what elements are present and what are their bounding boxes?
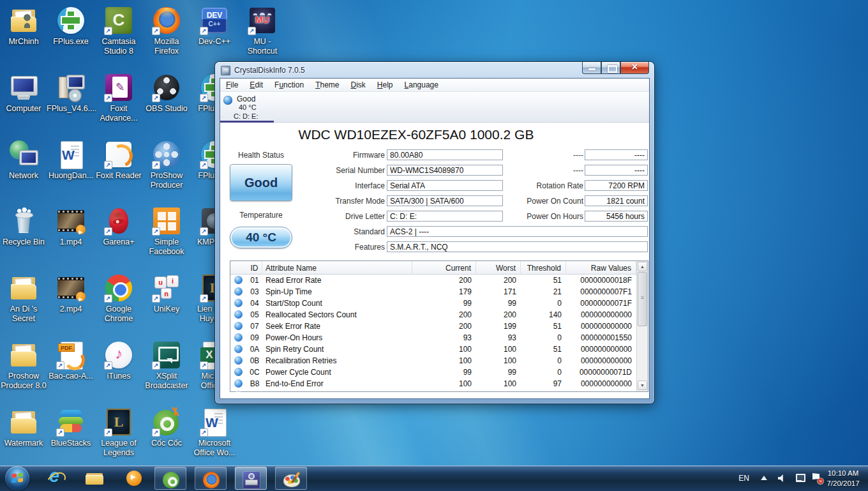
desktop: MrChinhFPlus.exeCamtasia Studio 8Mozilla… bbox=[0, 0, 868, 491]
smart-attribute-row[interactable]: 09Power-On Hours93930000000001550 bbox=[230, 332, 636, 344]
menu-theme[interactable]: Theme bbox=[310, 79, 345, 92]
minimize-button[interactable] bbox=[582, 62, 601, 74]
desktop-icon-dev-c[interactable]: Dev-C++ bbox=[190, 5, 239, 47]
start-button[interactable] bbox=[5, 466, 29, 490]
field-label: ---- bbox=[488, 151, 583, 160]
column-header-id[interactable]: ID bbox=[247, 261, 262, 275]
language-indicator[interactable]: EN bbox=[738, 474, 749, 483]
desktop-icon-simple[interactable]: Simple Facebook bbox=[142, 206, 191, 257]
desktop-icon-itunes[interactable]: iTunes bbox=[94, 340, 143, 381]
taskbar-mozilla-firefox-button[interactable] bbox=[195, 467, 227, 490]
folder-icon bbox=[8, 340, 39, 370]
smart-attribute-row[interactable]: 05Reallocated Sectors Count2002001400000… bbox=[230, 309, 636, 321]
desktop-icon-garena[interactable]: Garena+ bbox=[94, 206, 143, 247]
desktop-icon-mozilla[interactable]: Mozilla Firefox bbox=[142, 5, 191, 56]
desktop-icon-foxit-reader[interactable]: Foxit Reader bbox=[94, 139, 143, 181]
taskbar-windows-media-player-icon[interactable] bbox=[124, 469, 144, 488]
desktop-icon-label: XSplit Broadcaster bbox=[142, 372, 191, 391]
desktop-icon-camtasia[interactable]: Camtasia Studio 8 bbox=[94, 5, 143, 56]
desktop-icon-an-di-s[interactable]: An Di 's Secret bbox=[0, 273, 48, 324]
smart-attribute-row[interactable]: 0ASpin Retry Count10010051000000000000 bbox=[230, 344, 636, 355]
desktop-icon-huongdan[interactable]: HuongDan... bbox=[47, 139, 95, 181]
foxitadv-icon bbox=[103, 72, 134, 103]
smart-attribute-row[interactable]: 03Spin-Up Time179171210000000007F1 bbox=[230, 286, 636, 298]
desktop-icon-fplus-v4-6[interactable]: FPlus_V4.6.... bbox=[47, 72, 95, 114]
smart-attribute-row[interactable]: 0BRecalibration Retries10010000000000000… bbox=[230, 355, 636, 366]
desktop-icon-label: Dev-C++ bbox=[190, 37, 239, 47]
desktop-icon-1-mp4[interactable]: 1.mp4 bbox=[47, 206, 95, 247]
shortcut-arrow-icon bbox=[200, 227, 208, 236]
cell: Spin-Up Time bbox=[262, 286, 412, 298]
desktop-icon-google[interactable]: Google Chrome bbox=[94, 273, 143, 324]
scroll-up-button[interactable]: ▲ bbox=[638, 262, 647, 271]
recycle-icon bbox=[8, 206, 39, 236]
field-value-interface: Serial ATA bbox=[387, 180, 503, 191]
smart-attribute-row[interactable]: B8End-to-End Error10010097000000000000 bbox=[230, 378, 636, 389]
desktop-icon-label: ProShow Producer bbox=[142, 171, 191, 190]
windows-logo-icon bbox=[11, 474, 23, 483]
taskbar-paint-button[interactable] bbox=[275, 467, 307, 490]
show-hidden-icons-button[interactable] bbox=[761, 476, 767, 480]
desktop-icon-mrchinh[interactable]: MrChinh bbox=[0, 5, 48, 47]
vertical-scrollbar[interactable]: ▲ ▼ bbox=[636, 261, 648, 391]
action-center-icon[interactable] bbox=[812, 472, 822, 483]
menu-edit[interactable]: Edit bbox=[244, 79, 269, 92]
desktop-icon-mu[interactable]: MU - Shortcut bbox=[238, 5, 287, 56]
menu-help[interactable]: Help bbox=[371, 79, 399, 92]
taskbar-coc-coc-browser-button[interactable] bbox=[154, 467, 186, 490]
cell: 51 bbox=[521, 275, 566, 286]
desktop-icon-proshow[interactable]: Proshow Producer 8.0 bbox=[0, 340, 48, 391]
smart-table-header[interactable]: IDAttribute NameCurrentWorstThresholdRaw… bbox=[230, 261, 636, 275]
column-header-raw-values[interactable]: Raw Values bbox=[566, 261, 636, 275]
desktop-icon-proshow[interactable]: ProShow Producer bbox=[142, 139, 191, 190]
cell: 01 bbox=[247, 275, 262, 286]
taskbar-internet-explorer-icon[interactable] bbox=[46, 469, 65, 488]
desktop-icon-c-c-c-c[interactable]: Cốc Cốc bbox=[142, 407, 191, 448]
scroll-down-button[interactable]: ▼ bbox=[638, 381, 647, 390]
desktop-icon-label: Recycle Bin bbox=[0, 238, 48, 247]
taskbar-crystaldiskinfo-button[interactable] bbox=[235, 467, 267, 490]
volume-icon[interactable] bbox=[778, 474, 786, 482]
maximize-button[interactable] bbox=[601, 62, 620, 74]
desktop-icon-xsplit[interactable]: XSplit Broadcaster bbox=[142, 340, 191, 391]
menu-function[interactable]: Function bbox=[269, 79, 310, 92]
window-client: FileEditFunctionThemeDiskHelpLanguage Go… bbox=[220, 79, 649, 398]
desktop-icon-unikey[interactable]: UniKey bbox=[142, 273, 191, 314]
desktop-icon-watermark[interactable]: Watermark bbox=[0, 407, 48, 448]
proshow-icon bbox=[151, 139, 182, 170]
menu-disk[interactable]: Disk bbox=[345, 79, 371, 92]
smart-attribute-row[interactable]: 0CPower Cycle Count9999000000000071D bbox=[230, 366, 636, 378]
clock[interactable]: 10:10 AM 7/20/2017 bbox=[823, 468, 863, 488]
desktop-icon-league-of[interactable]: League of Legends bbox=[94, 407, 143, 458]
smart-attribute-row[interactable]: 04Start/Stop Count9999000000000071F bbox=[230, 298, 636, 309]
close-button[interactable] bbox=[620, 62, 649, 74]
scroll-thumb[interactable] bbox=[638, 272, 647, 326]
cell: 200 bbox=[476, 275, 521, 286]
desktop-icon-obs-studio[interactable]: OBS Studio bbox=[142, 72, 191, 114]
desktop-icon-microsoft[interactable]: Microsoft Office Wo... bbox=[190, 407, 239, 458]
network-icon[interactable] bbox=[795, 474, 804, 482]
desktop-icon-foxit[interactable]: Foxit Advance... bbox=[94, 72, 143, 123]
desktop-icon-fplus-exe[interactable]: FPlus.exe bbox=[47, 5, 95, 47]
smart-attribute-row[interactable]: 01Read Error Rate2002005100000000018F bbox=[230, 275, 636, 286]
menu-file[interactable]: File bbox=[220, 79, 244, 92]
drive-selector[interactable]: Good 40 °C C: D: E: bbox=[220, 93, 649, 123]
cell: 0B bbox=[247, 355, 262, 366]
desktop-icon-bluestacks[interactable]: BlueStacks bbox=[47, 407, 95, 448]
column-header-current[interactable]: Current bbox=[412, 261, 476, 275]
desktop-icon-computer[interactable]: Computer bbox=[0, 72, 48, 114]
clock-date: 7/20/2017 bbox=[823, 478, 863, 488]
desktop-icon-bao-cao-a[interactable]: Bao-cao-A... bbox=[47, 340, 95, 381]
taskbar-windows-explorer-icon[interactable] bbox=[85, 469, 104, 488]
column-header-worst[interactable]: Worst bbox=[476, 261, 521, 275]
drive-status-icon bbox=[223, 96, 232, 105]
desktop-icon-recycle-bin[interactable]: Recycle Bin bbox=[0, 206, 48, 247]
smart-attribute-row[interactable]: 07Seek Error Rate20019951000000000000 bbox=[230, 321, 636, 332]
menu-language[interactable]: Language bbox=[399, 79, 444, 92]
column-header-attribute-name[interactable]: Attribute Name bbox=[262, 261, 412, 275]
column-header-threshold[interactable]: Threshold bbox=[521, 261, 566, 275]
desktop-icon-label: HuongDan... bbox=[47, 171, 95, 181]
chrome-icon bbox=[103, 273, 134, 303]
desktop-icon-2-mp4[interactable]: 2.mp4 bbox=[47, 273, 95, 314]
desktop-icon-network[interactable]: Network bbox=[0, 139, 48, 181]
